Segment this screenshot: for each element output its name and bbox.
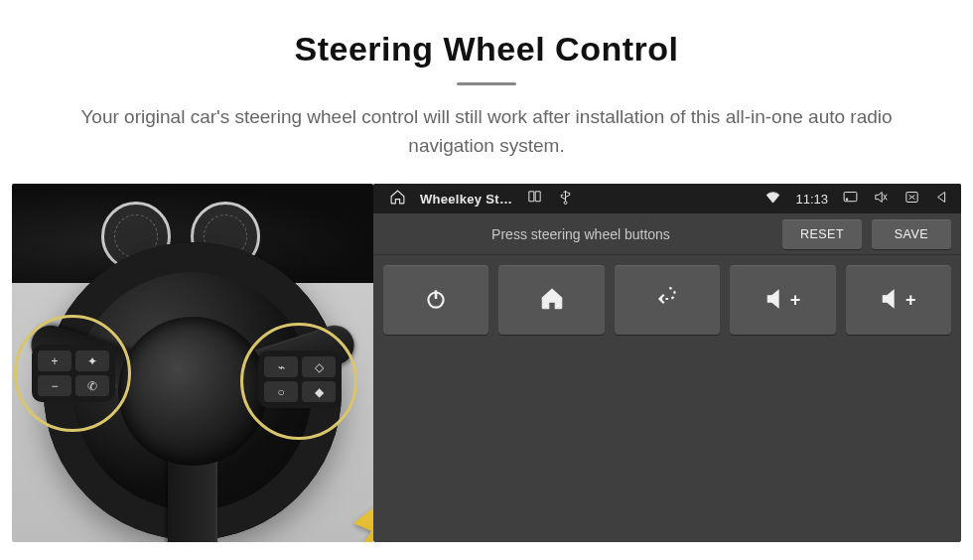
return-icon [654, 286, 680, 315]
statusbar-time: 11:13 [795, 192, 828, 207]
key-back[interactable] [615, 265, 720, 335]
reset-button[interactable]: RESET [782, 219, 862, 249]
page-subtitle: Your original car's steering wheel contr… [40, 103, 933, 160]
plus-label: + [905, 290, 917, 311]
close-square-icon[interactable] [904, 189, 920, 209]
page-title: Steering Wheel Control [40, 30, 933, 69]
key-home[interactable] [498, 265, 604, 335]
back-triangle-icon[interactable] [934, 189, 951, 209]
plus-label: + [790, 290, 802, 311]
speaker-icon [764, 286, 790, 315]
yellow-arrow [250, 462, 373, 542]
svg-point-1 [846, 199, 848, 201]
key-volume-up-2[interactable]: + [846, 265, 951, 335]
speaker-icon [880, 286, 905, 315]
wheel-buttons-right: ⌁◇ ○◆ [258, 350, 342, 408]
mute-icon[interactable] [873, 189, 890, 209]
home-icon[interactable] [389, 189, 406, 209]
steering-wheel-image: +✦ −✆ ⌁◇ ○◆ [12, 184, 373, 542]
statusbar-app-title: Wheelkey St… [420, 192, 512, 207]
hint-text: Press steering wheel buttons [389, 226, 772, 242]
title-rule [457, 82, 516, 85]
book-icon [526, 189, 543, 209]
key-power[interactable] [383, 265, 488, 335]
usb-icon [557, 189, 574, 209]
key-row: + + [373, 255, 961, 345]
home-filled-icon [539, 286, 565, 315]
save-button[interactable]: SAVE [872, 219, 951, 249]
headunit-screen: Wheelkey St… 11:13 Press steering wheel … [373, 184, 961, 542]
wifi-icon [764, 189, 781, 209]
wheel-buttons-left: +✦ −✆ [32, 345, 115, 402]
power-icon [423, 286, 449, 315]
status-bar: Wheelkey St… 11:13 [373, 184, 961, 213]
key-volume-up-1[interactable]: + [730, 265, 835, 335]
sub-bar: Press steering wheel buttons RESET SAVE [373, 213, 961, 255]
cast-icon[interactable] [842, 189, 859, 209]
